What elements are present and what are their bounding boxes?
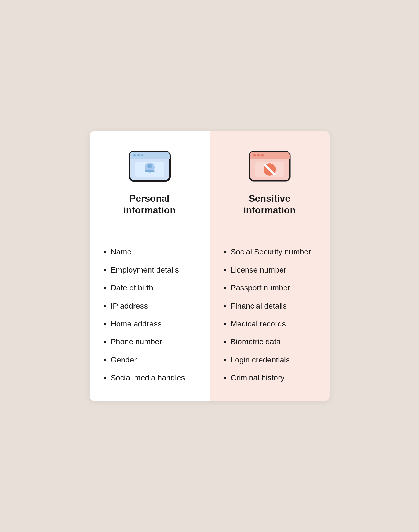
list-item: Home address [104,315,196,333]
sensitive-info-panel: Sensitiveinformation Social Security num… [210,131,330,401]
svg-point-6 [141,154,143,156]
list-item: Criminal history [224,369,316,387]
sensitive-info-icon [247,149,292,183]
sensitive-info-list-section: Social Security numberLicense numberPass… [210,232,330,401]
svg-point-15 [257,154,260,156]
list-item: Passport number [224,279,316,297]
svg-point-4 [133,154,136,156]
list-item: Name [104,243,196,261]
svg-point-14 [253,154,256,156]
sensitive-info-list: Social Security numberLicense numberPass… [224,243,316,387]
list-item: Social media handles [104,369,196,387]
list-item: Phone number [104,333,196,351]
list-item: Biometric data [224,333,316,351]
personal-info-icon-wrapper [127,149,172,184]
svg-point-9 [147,164,152,168]
sensitive-info-header: Sensitiveinformation [210,131,330,232]
list-item: IP address [104,297,196,315]
personal-info-icon [127,149,172,183]
personal-info-title: Personalinformation [123,192,176,216]
list-item: Social Security number [224,243,316,261]
list-item: License number [224,261,316,279]
svg-point-16 [261,154,264,156]
list-item: Gender [104,351,196,369]
list-item: Medical records [224,315,316,333]
personal-info-list-section: NameEmployment detailsDate of birthIP ad… [90,232,210,401]
comparison-card: Personalinformation NameEmployment detai… [90,131,330,401]
list-item: Date of birth [104,279,196,297]
list-item: Financial details [224,297,316,315]
personal-info-list: NameEmployment detailsDate of birthIP ad… [104,243,196,387]
sensitive-info-icon-wrapper [247,149,292,184]
svg-point-5 [137,154,140,156]
personal-info-panel: Personalinformation NameEmployment detai… [90,131,210,401]
sensitive-info-title: Sensitiveinformation [243,192,296,216]
list-item: Employment details [104,261,196,279]
personal-info-header: Personalinformation [90,131,210,232]
list-item: Login credentials [224,351,316,369]
